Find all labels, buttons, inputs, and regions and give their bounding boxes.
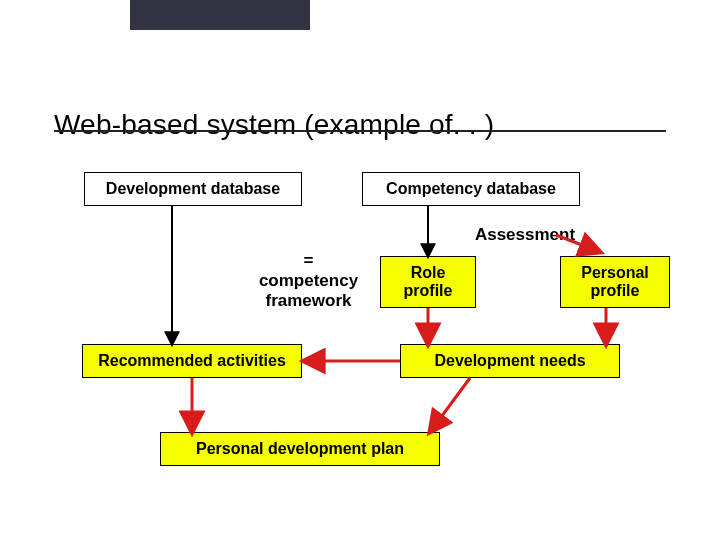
label-eq-competency-framework: = competency framework [251, 251, 366, 311]
box-personal-profile: Personal profile [560, 256, 670, 308]
page-title: Web-based system (example of. . ) [54, 109, 494, 141]
box-development-database: Development database [84, 172, 302, 206]
box-role-profile: Role profile [380, 256, 476, 308]
box-development-needs: Development needs [400, 344, 620, 378]
box-competency-database: Competency database [362, 172, 580, 206]
label-assessment: Assessment [440, 225, 610, 245]
box-personal-development-plan: Personal development plan [160, 432, 440, 466]
box-recommended-activities: Recommended activities [82, 344, 302, 378]
svg-line-7 [430, 378, 470, 432]
title-underline [54, 130, 666, 132]
accent-tab [130, 0, 310, 30]
